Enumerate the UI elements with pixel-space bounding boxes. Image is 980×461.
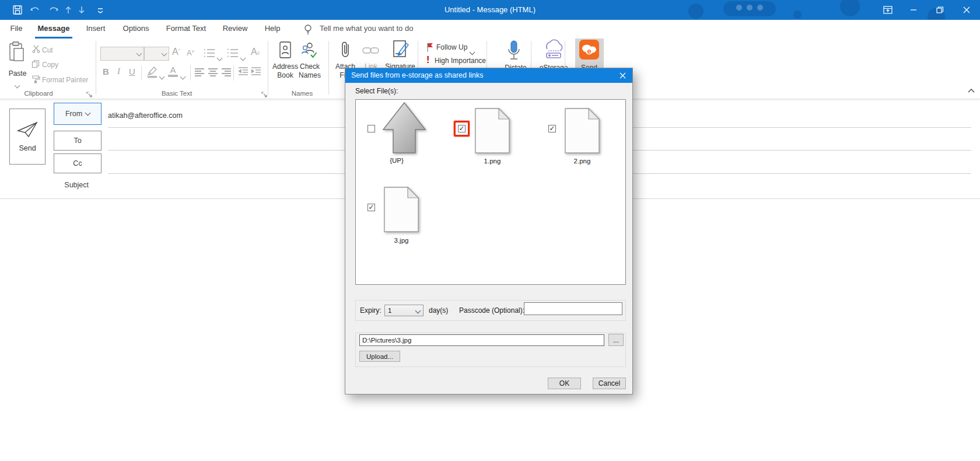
font-color-dropdown-icon[interactable]: [181, 71, 185, 81]
send-app-icon[interactable]: e: [579, 40, 599, 62]
bullets-icon[interactable]: [203, 48, 216, 61]
group-separator: [96, 41, 96, 95]
collapse-ribbon-icon[interactable]: [967, 85, 975, 96]
paste-button[interactable]: Paste: [6, 69, 29, 78]
restore-button[interactable]: [930, 0, 950, 20]
follow-up-button[interactable]: Follow Up: [436, 43, 467, 51]
check-names-button[interactable]: Check: [295, 62, 324, 71]
minimize-button[interactable]: [904, 0, 923, 20]
compose-send-button[interactable]: Send: [9, 109, 46, 165]
upload-button[interactable]: Upload...: [359, 351, 400, 362]
file-checkbox[interactable]: [548, 125, 556, 132]
file-name: 3.jpg: [373, 237, 429, 244]
small-separator: [141, 65, 142, 81]
highlight-dropdown-icon[interactable]: [160, 71, 164, 81]
up-icon[interactable]: [63, 0, 74, 20]
browse-button[interactable]: ...: [608, 334, 624, 346]
window-title: Untitled - Message (HTML): [373, 0, 607, 20]
small-separator: [190, 65, 191, 81]
file-page-icon[interactable]: [474, 107, 510, 156]
bullets-dropdown-icon[interactable]: [218, 52, 222, 62]
check-names-button-line2[interactable]: Names: [295, 71, 324, 79]
numbering-dropdown-icon[interactable]: [241, 52, 245, 62]
cut-button[interactable]: Cut: [42, 46, 53, 54]
file-checkbox[interactable]: [368, 204, 375, 211]
expiry-select[interactable]: 1: [384, 305, 424, 316]
copy-button[interactable]: Copy: [42, 61, 58, 69]
follow-up-dropdown-icon[interactable]: [470, 46, 474, 57]
tab-help[interactable]: Help: [260, 20, 285, 39]
group-separator: [268, 41, 268, 95]
font-name-combo[interactable]: [100, 47, 144, 61]
ribbon-tab-row: File Message Insert Options Format Text …: [0, 20, 980, 39]
redo-icon[interactable]: [48, 0, 60, 20]
highlight-color-icon[interactable]: [146, 65, 159, 81]
from-address: atikah@afteroffice.com: [108, 111, 183, 120]
tab-insert[interactable]: Insert: [82, 20, 110, 39]
format-painter-icon: [32, 75, 40, 86]
file-page-icon[interactable]: [564, 107, 600, 156]
file-page-icon[interactable]: [383, 186, 419, 235]
underline-button[interactable]: U: [129, 67, 135, 76]
clipboard-dialog-launcher[interactable]: [86, 90, 93, 96]
align-center-icon[interactable]: [208, 67, 218, 78]
title-bar: Untitled - Message (HTML): [0, 0, 980, 20]
grow-font-button[interactable]: A^: [172, 47, 180, 57]
clipboard-icon: [8, 41, 26, 65]
file-checkbox[interactable]: [368, 125, 375, 132]
font-size-combo[interactable]: [144, 47, 169, 61]
expiry-dropdown-icon: [415, 308, 421, 314]
cancel-button[interactable]: Cancel: [593, 378, 626, 389]
font-color-icon[interactable]: A: [168, 65, 178, 77]
italic-button[interactable]: I: [117, 67, 120, 76]
bold-button[interactable]: B: [103, 67, 109, 76]
cut-icon: [32, 45, 40, 55]
titlebar-art: [840, 0, 860, 16]
high-importance-button[interactable]: High Importance: [435, 57, 486, 65]
to-button[interactable]: To: [54, 131, 102, 151]
file-checkbox[interactable]: [458, 125, 466, 132]
titlebar-art: [688, 4, 704, 19]
tab-review[interactable]: Review: [219, 20, 251, 39]
expiry-label: Expiry:: [360, 306, 382, 315]
titlebar-art: [747, 5, 752, 11]
align-right-icon[interactable]: [222, 67, 231, 78]
customize-qat-icon[interactable]: [96, 0, 105, 20]
shrink-font-button[interactable]: Av: [187, 48, 194, 57]
save-icon[interactable]: [12, 0, 23, 20]
dialog-close-icon[interactable]: [616, 70, 629, 81]
clear-formatting-button[interactable]: A◊: [251, 47, 260, 57]
ribbon-display-options-icon[interactable]: [878, 0, 898, 20]
tab-message[interactable]: Message: [35, 20, 72, 39]
outlook-window: Untitled - Message (HTML) File Message I…: [0, 0, 980, 461]
tab-options[interactable]: Options: [119, 20, 153, 39]
tab-format-text[interactable]: Format Text: [162, 20, 210, 39]
follow-up-flag-icon: [425, 42, 435, 55]
down-icon[interactable]: [76, 0, 87, 20]
estorage-icon: [540, 39, 567, 67]
dialog-title-bar[interactable]: Send files from e-storage as shared link…: [345, 68, 632, 83]
close-button[interactable]: [957, 0, 977, 20]
increase-indent-icon[interactable]: [251, 67, 261, 78]
tab-file[interactable]: File: [5, 20, 28, 39]
small-separator: [233, 65, 234, 81]
paste-dropdown-icon[interactable]: [15, 79, 19, 90]
undo-icon[interactable]: [29, 0, 41, 20]
cc-button[interactable]: Cc: [54, 153, 102, 173]
group-separator: [328, 41, 329, 95]
lightbulb-icon: [302, 23, 314, 39]
tellme-box[interactable]: Tell me what you want to do: [320, 20, 413, 39]
numbering-icon[interactable]: [226, 48, 239, 61]
format-painter-button[interactable]: Format Painter: [42, 76, 88, 84]
from-button[interactable]: From: [54, 103, 102, 125]
decrease-indent-icon[interactable]: [238, 67, 249, 78]
high-importance-icon: !: [426, 55, 429, 65]
align-left-icon[interactable]: [195, 67, 204, 78]
svg-text:e: e: [587, 47, 591, 55]
folder-up-icon[interactable]: [382, 101, 427, 157]
passcode-input[interactable]: [524, 302, 622, 315]
titlebar-art: [736, 5, 742, 11]
ok-button[interactable]: OK: [548, 378, 581, 389]
file-path-input[interactable]: [359, 334, 604, 346]
basic-text-dialog-launcher[interactable]: [261, 90, 268, 96]
